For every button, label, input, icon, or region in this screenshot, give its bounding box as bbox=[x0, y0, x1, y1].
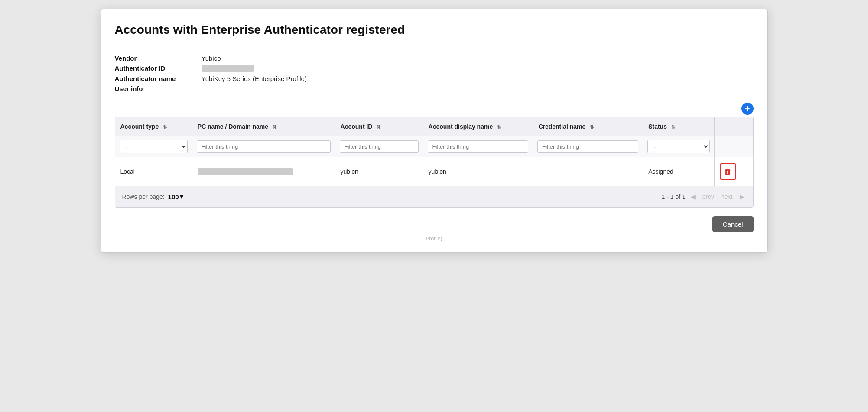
col-header-account-id[interactable]: Account ID ⇅ bbox=[335, 117, 423, 136]
col-header-account-type[interactable]: Account type ⇅ bbox=[115, 117, 192, 136]
col-header-status[interactable]: Status ⇅ bbox=[643, 117, 715, 136]
cell-pc-name bbox=[192, 157, 335, 186]
sort-icon-account-type: ⇅ bbox=[163, 124, 167, 130]
cancel-button[interactable]: Cancel bbox=[712, 216, 754, 232]
vendor-label: Vendor bbox=[115, 55, 202, 62]
delete-button[interactable]: 🗑 bbox=[720, 163, 736, 180]
modal-container: Accounts with Enterprise Authenticator r… bbox=[101, 9, 768, 253]
filter-pc-name-input[interactable] bbox=[197, 140, 331, 153]
auth-id-row: Authenticator ID bbox=[115, 65, 754, 72]
table-row: Local yubion yubion Assigned 🗑 bbox=[115, 157, 753, 186]
prev-icon[interactable]: ◀ bbox=[689, 192, 697, 201]
cell-account-id: yubion bbox=[335, 157, 423, 186]
sort-icon-display-name: ⇅ bbox=[497, 124, 501, 130]
trash-icon: 🗑 bbox=[724, 167, 732, 176]
vendor-row: Vendor Yubico bbox=[115, 55, 754, 62]
modal-title: Accounts with Enterprise Authenticator r… bbox=[115, 23, 754, 44]
filter-cell-display-name bbox=[423, 136, 533, 157]
filter-cell-status: - bbox=[643, 136, 715, 157]
auth-name-row: Authenticator name YubiKey 5 Series (Ent… bbox=[115, 75, 754, 82]
filter-account-type-select[interactable]: - bbox=[120, 140, 188, 153]
cell-action: 🗑 bbox=[715, 157, 753, 186]
filter-row: - bbox=[115, 136, 753, 157]
dropdown-arrow-icon: ▾ bbox=[180, 193, 183, 201]
rows-per-page-section: Rows per page: 100 ▾ bbox=[122, 193, 183, 201]
filter-display-name-input[interactable] bbox=[428, 140, 529, 153]
table-footer: Rows per page: 100 ▾ 1 - 1 of 1 ◀ prev n… bbox=[115, 186, 753, 207]
col-header-action bbox=[715, 117, 753, 136]
pagination-section: 1 - 1 of 1 ◀ prev next ▶ bbox=[662, 192, 746, 201]
prev-button[interactable]: prev bbox=[701, 192, 716, 201]
filter-cell-credential-name bbox=[533, 136, 643, 157]
pagination-range: 1 - 1 of 1 bbox=[662, 193, 686, 200]
auth-name-label: Authenticator name bbox=[115, 75, 202, 82]
col-header-display-name[interactable]: Account display name ⇅ bbox=[423, 117, 533, 136]
add-btn-row: + bbox=[115, 103, 754, 115]
filter-cell-pc-name bbox=[192, 136, 335, 157]
cell-status: Assigned bbox=[643, 157, 715, 186]
pc-name-blurred bbox=[198, 168, 293, 175]
cell-account-type: Local bbox=[115, 157, 192, 186]
filter-cell-action bbox=[715, 136, 753, 157]
filter-cell-account-type: - bbox=[115, 136, 192, 157]
sort-icon-status: ⇅ bbox=[671, 124, 675, 130]
col-header-credential-name[interactable]: Credential name ⇅ bbox=[533, 117, 643, 136]
auth-id-label: Authenticator ID bbox=[115, 65, 202, 72]
vendor-value: Yubico bbox=[202, 55, 221, 62]
cancel-row: Cancel bbox=[115, 216, 754, 232]
accounts-table: Account type ⇅ PC name / Domain name ⇅ A… bbox=[115, 117, 753, 186]
add-button[interactable]: + bbox=[741, 103, 754, 115]
auth-id-value bbox=[202, 65, 254, 72]
next-icon[interactable]: ▶ bbox=[738, 192, 746, 201]
table-header-row: Account type ⇅ PC name / Domain name ⇅ A… bbox=[115, 117, 753, 136]
filter-credential-name-input[interactable] bbox=[537, 140, 638, 153]
bottom-hint: Profile) bbox=[115, 236, 754, 242]
sort-icon-credential-name: ⇅ bbox=[590, 124, 594, 130]
meta-section: Vendor Yubico Authenticator ID Authentic… bbox=[115, 55, 754, 92]
filter-account-id-input[interactable] bbox=[340, 140, 419, 153]
sort-icon-pc-name: ⇅ bbox=[273, 124, 276, 130]
cell-credential-name bbox=[533, 157, 643, 186]
user-info-label: User info bbox=[115, 85, 202, 92]
auth-name-value: YubiKey 5 Series (Enterprise Profile) bbox=[202, 75, 307, 82]
rows-per-page-value: 100 bbox=[168, 193, 179, 201]
filter-status-select[interactable]: - bbox=[647, 140, 710, 153]
rows-per-page-dropdown[interactable]: 100 ▾ bbox=[168, 193, 183, 201]
data-table-container: Account type ⇅ PC name / Domain name ⇅ A… bbox=[115, 117, 754, 208]
cell-display-name: yubion bbox=[423, 157, 533, 186]
col-header-pc-name[interactable]: PC name / Domain name ⇅ bbox=[192, 117, 335, 136]
sort-icon-account-id: ⇅ bbox=[377, 124, 380, 130]
rows-per-page-label: Rows per page: bbox=[122, 193, 165, 200]
filter-cell-account-id bbox=[335, 136, 423, 157]
user-info-row: User info bbox=[115, 85, 754, 92]
next-button[interactable]: next bbox=[719, 192, 734, 201]
